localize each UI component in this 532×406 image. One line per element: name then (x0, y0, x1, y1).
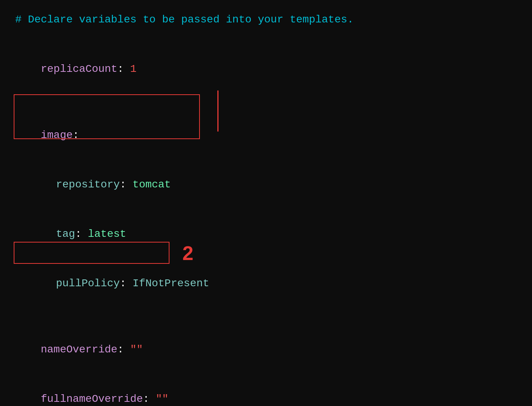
image-key-line: image: (15, 110, 517, 160)
replica-count-line: replicaCount: 1 (15, 44, 517, 94)
blank-line-2 (15, 94, 517, 110)
replica-count-value: 1 (130, 63, 136, 75)
tag-line: tag: latest (15, 209, 517, 259)
tag-value: latest (88, 228, 126, 240)
nameoverride-value: "" (130, 344, 143, 355)
comment-line: # Declare variables to be passed into yo… (15, 11, 517, 28)
image-key: image (41, 129, 73, 141)
pullpolicy-line: pullPolicy: IfNotPresent (15, 259, 517, 308)
blank-line-1 (15, 28, 517, 44)
fullnameoverride-value: "" (156, 393, 169, 405)
fullnameoverride-key: fullnameOverride (41, 393, 143, 405)
pullpolicy-key: pullPolicy (56, 278, 120, 289)
repository-line: repository: tomcat (15, 160, 517, 209)
blank-line-3 (15, 308, 517, 325)
code-editor: # Declare variables to be passed into yo… (15, 11, 517, 406)
repository-value: tomcat (133, 179, 171, 190)
pullpolicy-value: IfNotPresent (133, 278, 209, 289)
nameoverride-line: nameOverride: "" (15, 325, 517, 374)
nameoverride-key: nameOverride (41, 344, 117, 355)
fullnameoverride-line: fullnameOverride: "" (15, 374, 517, 406)
replica-count-key: replicaCount (41, 63, 117, 75)
repository-key: repository (56, 179, 120, 190)
tag-key: tag (56, 228, 75, 240)
